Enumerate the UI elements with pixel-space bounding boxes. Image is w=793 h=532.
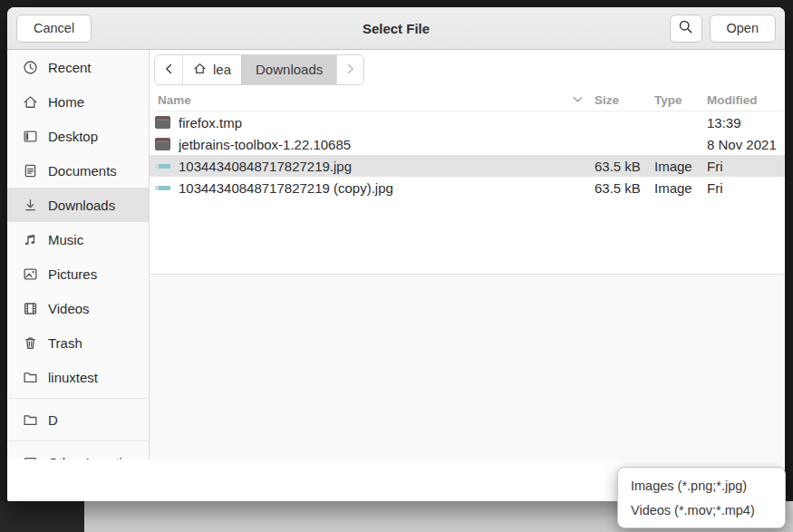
sidebar-item-label: Documents bbox=[48, 163, 117, 179]
screen: Cancel Select File Open RecentHomeDeskto… bbox=[0, 0, 793, 532]
breadcrumb-back-button[interactable] bbox=[155, 55, 182, 84]
sidebar-separator bbox=[7, 440, 149, 441]
filter-option[interactable]: Images (*.png;*.jpg) bbox=[618, 473, 785, 498]
sidebar-item-label: Trash bbox=[48, 335, 82, 351]
image-thumbnail-icon bbox=[155, 159, 170, 173]
search-icon bbox=[678, 19, 693, 37]
home-icon bbox=[23, 94, 38, 110]
folder-color-icon bbox=[155, 115, 170, 130]
sidebar-separator bbox=[7, 398, 149, 399]
sidebar-item-videos[interactable]: Videos bbox=[7, 291, 149, 325]
file-type: Image bbox=[654, 159, 707, 174]
backdrop-dark-panel bbox=[0, 501, 84, 532]
breadcrumb: lea Downloads bbox=[154, 54, 364, 85]
file-type: Image bbox=[654, 180, 707, 196]
folder-color-icon bbox=[155, 137, 170, 151]
dialog-headerbar: Cancel Select File Open bbox=[7, 7, 785, 50]
column-header-modified[interactable]: Modified bbox=[707, 93, 785, 107]
file-row[interactable]: firefox.tmp13:39 bbox=[150, 111, 785, 133]
file-chooser-dialog: Cancel Select File Open RecentHomeDeskto… bbox=[7, 7, 785, 501]
other-locations-icon bbox=[23, 455, 38, 460]
chevron-right-icon bbox=[345, 62, 355, 77]
downloads-icon bbox=[23, 198, 38, 213]
sidebar-item-linuxtest[interactable]: linuxtest bbox=[7, 360, 149, 394]
sidebar-item-label: Videos bbox=[48, 301, 90, 316]
file-name: 10344340848717827219 (copy).jpg bbox=[179, 180, 393, 196]
sidebar-item-home[interactable]: Home bbox=[7, 84, 149, 119]
recent-icon bbox=[23, 60, 38, 75]
sidebar-item-label: Home bbox=[48, 94, 84, 110]
file-name: 10344340848717827219.jpg bbox=[179, 159, 352, 174]
cancel-button[interactable]: Cancel bbox=[16, 15, 92, 43]
filter-popup: Images (*.png;*.jpg)Videos (*.mov;*.mp4) bbox=[617, 467, 786, 528]
folder-icon bbox=[23, 412, 38, 428]
filter-option[interactable]: Videos (*.mov;*.mp4) bbox=[618, 498, 785, 522]
desktop-icon bbox=[23, 129, 38, 144]
sidebar-item-downloads[interactable]: Downloads bbox=[7, 188, 149, 222]
sidebar-item-d[interactable]: D bbox=[7, 402, 149, 437]
sidebar-item-other-locations[interactable]: Other Locations bbox=[7, 445, 149, 459]
home-icon bbox=[193, 62, 207, 78]
column-header-size[interactable]: Size bbox=[595, 93, 654, 107]
image-thumbnail-icon bbox=[155, 180, 170, 195]
file-row[interactable]: 10344340848717827219 (copy).jpg63.5 kBIm… bbox=[150, 177, 785, 198]
sidebar-item-label: Other Locations bbox=[48, 455, 144, 460]
sidebar-item-label: D bbox=[48, 412, 58, 428]
sidebar-item-label: linuxtest bbox=[48, 370, 98, 385]
sidebar-item-pictures[interactable]: Pictures bbox=[7, 256, 149, 291]
sidebar-item-label: Pictures bbox=[48, 266, 97, 282]
column-header-name[interactable]: Name bbox=[150, 93, 595, 107]
file-name: firefox.tmp bbox=[179, 115, 242, 131]
breadcrumb-downloads-segment[interactable]: Downloads bbox=[241, 55, 336, 84]
sidebar-item-trash[interactable]: Trash bbox=[7, 325, 149, 360]
file-name-cell: firefox.tmp bbox=[150, 115, 595, 131]
file-list: Name Size Type Modified firefox.tmp13:39… bbox=[150, 89, 785, 274]
breadcrumb-home-segment[interactable]: lea bbox=[182, 55, 241, 84]
column-header-type[interactable]: Type bbox=[654, 93, 707, 107]
sidebar-item-music[interactable]: Music bbox=[7, 222, 149, 256]
file-modified: 8 Nov 2021 bbox=[707, 137, 785, 152]
file-modified: 13:39 bbox=[707, 115, 785, 131]
content-area: lea Downloads Name bbox=[150, 50, 785, 459]
file-modified: Fri bbox=[707, 180, 785, 196]
sidebar-item-label: Recent bbox=[48, 60, 92, 75]
dialog-title: Select File bbox=[363, 21, 430, 36]
file-list-header: Name Size Type Modified bbox=[150, 89, 785, 111]
file-name-cell: 10344340848717827219.jpg bbox=[150, 159, 595, 174]
trash-icon bbox=[23, 335, 38, 351]
file-name-cell: 10344340848717827219 (copy).jpg bbox=[150, 180, 595, 196]
file-row[interactable]: 10344340848717827219.jpg63.5 kBImageFri bbox=[150, 155, 785, 177]
file-name: jetbrains-toolbox-1.22.10685 bbox=[179, 137, 351, 152]
folder-icon bbox=[23, 370, 38, 385]
documents-icon bbox=[23, 163, 38, 179]
pathbar: lea Downloads bbox=[150, 50, 785, 89]
pictures-icon bbox=[23, 266, 38, 282]
sidebar-item-label: Downloads bbox=[48, 198, 115, 213]
file-row[interactable]: jetbrains-toolbox-1.22.106858 Nov 2021 bbox=[150, 133, 785, 155]
videos-icon bbox=[23, 301, 38, 316]
breadcrumb-home-label: lea bbox=[213, 62, 231, 77]
sidebar-item-documents[interactable]: Documents bbox=[7, 153, 149, 188]
file-modified: Fri bbox=[707, 159, 785, 174]
music-icon bbox=[23, 232, 38, 247]
chevron-down-icon[interactable] bbox=[573, 97, 583, 103]
chevron-left-icon bbox=[164, 62, 174, 77]
sidebar-item-label: Music bbox=[48, 232, 83, 247]
sidebar-item-desktop[interactable]: Desktop bbox=[7, 119, 149, 153]
breadcrumb-forward-button[interactable] bbox=[336, 55, 363, 84]
dialog-bottom-strip bbox=[150, 274, 785, 459]
places-sidebar: RecentHomeDesktopDocumentsDownloadsMusic… bbox=[7, 50, 150, 459]
open-button[interactable]: Open bbox=[710, 15, 776, 43]
file-name-cell: jetbrains-toolbox-1.22.10685 bbox=[150, 137, 595, 152]
file-size: 63.5 kB bbox=[595, 180, 654, 196]
sidebar-item-label: Desktop bbox=[48, 129, 98, 144]
sidebar-item-recent[interactable]: Recent bbox=[7, 50, 149, 84]
file-size: 63.5 kB bbox=[595, 159, 654, 174]
search-button[interactable] bbox=[670, 15, 702, 43]
